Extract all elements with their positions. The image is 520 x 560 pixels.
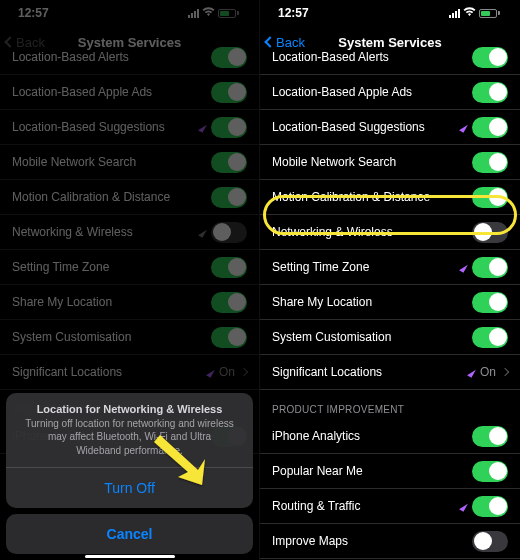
row-motion-calibration[interactable]: Motion Calibration & Distance xyxy=(260,180,520,215)
row-suggestions[interactable]: Location-Based Suggestions xyxy=(260,110,520,145)
row-popular-near-me[interactable]: Popular Near Me xyxy=(260,454,520,489)
sheet-message: Turning off location for networking and … xyxy=(6,417,253,468)
row-networking-wireless[interactable]: Networking & Wireless xyxy=(260,215,520,250)
cancel-button[interactable]: Cancel xyxy=(6,514,253,554)
toggle[interactable] xyxy=(472,257,508,278)
toggle[interactable] xyxy=(472,426,508,447)
row-improve-maps[interactable]: Improve Maps xyxy=(260,524,520,559)
phone-left: 12:57 Back System Services Location-Base… xyxy=(0,0,260,560)
toggle[interactable] xyxy=(472,531,508,552)
location-arrow-icon xyxy=(459,501,468,511)
action-sheet: Location for Networking & Wireless Turni… xyxy=(6,393,253,555)
row-time-zone[interactable]: Setting Time Zone xyxy=(260,250,520,285)
cellular-icon xyxy=(449,9,460,18)
row-routing-traffic[interactable]: Routing & Traffic xyxy=(260,489,520,524)
row-network-search[interactable]: Mobile Network Search xyxy=(260,145,520,180)
row-system-customisation[interactable]: System Customisation xyxy=(260,320,520,355)
wifi-icon xyxy=(463,7,476,19)
settings-list: Location-Based Alerts Location-Based App… xyxy=(260,40,520,560)
back-label: Back xyxy=(276,35,305,50)
row-iphone-analytics[interactable]: iPhone Analytics xyxy=(260,419,520,454)
battery-icon xyxy=(479,9,500,18)
home-indicator xyxy=(85,555,175,558)
toggle[interactable] xyxy=(472,327,508,348)
toggle[interactable] xyxy=(472,461,508,482)
phone-right: 12:57 Back System Services Location-Base… xyxy=(260,0,520,560)
row-apple-ads[interactable]: Location-Based Apple Ads xyxy=(260,75,520,110)
section-header: PRODUCT IMPROVEMENT xyxy=(260,390,520,419)
value: On xyxy=(480,365,496,379)
toggle[interactable] xyxy=(472,222,508,243)
status-bar: 12:57 xyxy=(260,0,520,26)
chevron-left-icon xyxy=(264,36,275,47)
location-arrow-icon xyxy=(467,367,476,377)
location-arrow-icon xyxy=(459,262,468,272)
toggle[interactable] xyxy=(472,47,508,68)
row-significant-locations[interactable]: Significant Locations On xyxy=(260,355,520,390)
toggle[interactable] xyxy=(472,117,508,138)
toggle[interactable] xyxy=(472,187,508,208)
sheet-title: Location for Networking & Wireless xyxy=(6,393,253,417)
status-time: 12:57 xyxy=(278,6,309,20)
location-arrow-icon xyxy=(459,122,468,132)
toggle[interactable] xyxy=(472,496,508,517)
chevron-right-icon xyxy=(501,368,509,376)
toggle[interactable] xyxy=(472,82,508,103)
toggle[interactable] xyxy=(472,292,508,313)
back-button[interactable]: Back xyxy=(260,35,305,50)
toggle[interactable] xyxy=(472,152,508,173)
turn-off-button[interactable]: Turn Off xyxy=(6,467,253,508)
row-share-location[interactable]: Share My Location xyxy=(260,285,520,320)
